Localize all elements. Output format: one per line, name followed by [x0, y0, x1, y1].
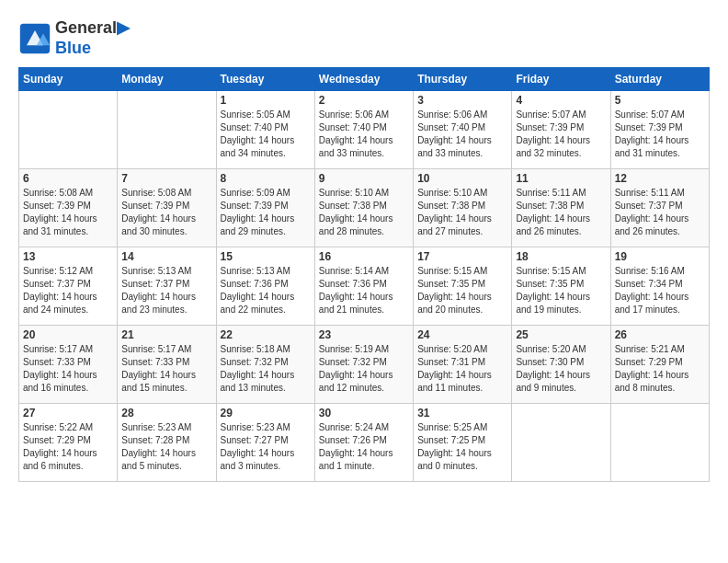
day-cell: 25Sunrise: 5:20 AM Sunset: 7:30 PM Dayli… — [512, 326, 610, 404]
day-number: 11 — [516, 172, 606, 185]
day-info: Sunrise: 5:16 AM Sunset: 7:34 PM Dayligh… — [615, 265, 705, 316]
day-info: Sunrise: 5:13 AM Sunset: 7:37 PM Dayligh… — [121, 265, 211, 316]
day-cell: 13Sunrise: 5:12 AM Sunset: 7:37 PM Dayli… — [19, 247, 118, 326]
week-row-2: 6Sunrise: 5:08 AM Sunset: 7:39 PM Daylig… — [19, 169, 710, 247]
day-cell: 4Sunrise: 5:07 AM Sunset: 7:39 PM Daylig… — [512, 91, 610, 169]
day-number: 21 — [121, 328, 211, 341]
day-cell: 10Sunrise: 5:10 AM Sunset: 7:38 PM Dayli… — [414, 169, 512, 247]
day-info: Sunrise: 5:08 AM Sunset: 7:39 PM Dayligh… — [121, 187, 211, 238]
day-info: Sunrise: 5:05 AM Sunset: 7:40 PM Dayligh… — [221, 109, 311, 160]
header-cell-thursday: Thursday — [414, 68, 512, 91]
day-number: 12 — [615, 172, 705, 185]
day-number: 10 — [417, 172, 507, 185]
day-cell: 19Sunrise: 5:16 AM Sunset: 7:34 PM Dayli… — [610, 247, 709, 326]
day-cell: 16Sunrise: 5:14 AM Sunset: 7:36 PM Dayli… — [314, 247, 413, 326]
day-number: 15 — [221, 250, 311, 263]
day-cell: 21Sunrise: 5:17 AM Sunset: 7:33 PM Dayli… — [118, 326, 216, 404]
day-cell: 31Sunrise: 5:25 AM Sunset: 7:25 PM Dayli… — [414, 404, 512, 482]
day-info: Sunrise: 5:06 AM Sunset: 7:40 PM Dayligh… — [319, 109, 409, 160]
logo: General▶ Blue — [18, 18, 130, 58]
week-row-3: 13Sunrise: 5:12 AM Sunset: 7:37 PM Dayli… — [19, 247, 710, 326]
day-info: Sunrise: 5:23 AM Sunset: 7:27 PM Dayligh… — [221, 421, 311, 473]
calendar-body: 1Sunrise: 5:05 AM Sunset: 7:40 PM Daylig… — [19, 91, 710, 482]
day-cell: 5Sunrise: 5:07 AM Sunset: 7:39 PM Daylig… — [610, 91, 709, 169]
day-number: 25 — [516, 328, 606, 341]
day-number: 3 — [417, 94, 507, 107]
day-number: 22 — [221, 328, 311, 341]
day-info: Sunrise: 5:15 AM Sunset: 7:35 PM Dayligh… — [516, 265, 606, 316]
day-number: 16 — [319, 250, 409, 263]
day-info: Sunrise: 5:14 AM Sunset: 7:36 PM Dayligh… — [319, 265, 409, 316]
day-info: Sunrise: 5:12 AM Sunset: 7:37 PM Dayligh… — [23, 265, 113, 316]
day-number: 4 — [516, 94, 606, 107]
day-cell: 29Sunrise: 5:23 AM Sunset: 7:27 PM Dayli… — [216, 404, 314, 482]
day-info: Sunrise: 5:11 AM Sunset: 7:37 PM Dayligh… — [615, 187, 705, 238]
day-number: 23 — [319, 328, 409, 341]
day-info: Sunrise: 5:10 AM Sunset: 7:38 PM Dayligh… — [417, 187, 507, 238]
day-cell: 3Sunrise: 5:06 AM Sunset: 7:40 PM Daylig… — [414, 91, 512, 169]
day-cell: 17Sunrise: 5:15 AM Sunset: 7:35 PM Dayli… — [414, 247, 512, 326]
day-cell: 12Sunrise: 5:11 AM Sunset: 7:37 PM Dayli… — [610, 169, 709, 247]
day-cell: 22Sunrise: 5:18 AM Sunset: 7:32 PM Dayli… — [216, 326, 314, 404]
header-cell-friday: Friday — [512, 68, 610, 91]
day-info: Sunrise: 5:06 AM Sunset: 7:40 PM Dayligh… — [417, 109, 507, 160]
day-cell: 7Sunrise: 5:08 AM Sunset: 7:39 PM Daylig… — [118, 169, 216, 247]
day-info: Sunrise: 5:17 AM Sunset: 7:33 PM Dayligh… — [121, 343, 211, 395]
day-number: 26 — [615, 328, 705, 341]
day-number: 27 — [23, 407, 113, 419]
day-cell: 24Sunrise: 5:20 AM Sunset: 7:31 PM Dayli… — [414, 326, 512, 404]
day-number: 19 — [615, 250, 705, 263]
day-number: 31 — [417, 407, 507, 419]
day-number: 30 — [319, 407, 409, 419]
day-number: 1 — [221, 94, 311, 107]
day-cell: 27Sunrise: 5:22 AM Sunset: 7:29 PM Dayli… — [19, 404, 118, 482]
day-info: Sunrise: 5:25 AM Sunset: 7:25 PM Dayligh… — [417, 421, 507, 473]
day-number: 2 — [319, 94, 409, 107]
day-number: 14 — [121, 250, 211, 263]
day-info: Sunrise: 5:13 AM Sunset: 7:36 PM Dayligh… — [221, 265, 311, 316]
logo-text: General▶ Blue — [55, 18, 130, 58]
day-info: Sunrise: 5:21 AM Sunset: 7:29 PM Dayligh… — [615, 343, 705, 395]
day-cell: 30Sunrise: 5:24 AM Sunset: 7:26 PM Dayli… — [314, 404, 413, 482]
day-cell — [610, 404, 709, 482]
day-number: 6 — [23, 172, 113, 185]
day-cell: 6Sunrise: 5:08 AM Sunset: 7:39 PM Daylig… — [19, 169, 118, 247]
day-number: 5 — [615, 94, 705, 107]
day-info: Sunrise: 5:24 AM Sunset: 7:26 PM Dayligh… — [319, 421, 409, 473]
day-cell: 11Sunrise: 5:11 AM Sunset: 7:38 PM Dayli… — [512, 169, 610, 247]
header-cell-wednesday: Wednesday — [314, 68, 413, 91]
header-cell-sunday: Sunday — [19, 68, 118, 91]
day-number: 18 — [516, 250, 606, 263]
day-cell: 18Sunrise: 5:15 AM Sunset: 7:35 PM Dayli… — [512, 247, 610, 326]
day-info: Sunrise: 5:23 AM Sunset: 7:28 PM Dayligh… — [121, 421, 211, 473]
day-info: Sunrise: 5:20 AM Sunset: 7:31 PM Dayligh… — [417, 343, 507, 395]
day-info: Sunrise: 5:22 AM Sunset: 7:29 PM Dayligh… — [23, 421, 113, 473]
header-row: SundayMondayTuesdayWednesdayThursdayFrid… — [19, 68, 710, 91]
day-info: Sunrise: 5:15 AM Sunset: 7:35 PM Dayligh… — [417, 265, 507, 316]
week-row-4: 20Sunrise: 5:17 AM Sunset: 7:33 PM Dayli… — [19, 326, 710, 404]
header-cell-tuesday: Tuesday — [216, 68, 314, 91]
day-info: Sunrise: 5:07 AM Sunset: 7:39 PM Dayligh… — [516, 109, 606, 160]
header-cell-saturday: Saturday — [610, 68, 709, 91]
day-cell — [512, 404, 610, 482]
page-header: General▶ Blue — [18, 18, 710, 58]
day-cell: 8Sunrise: 5:09 AM Sunset: 7:39 PM Daylig… — [216, 169, 314, 247]
day-cell: 26Sunrise: 5:21 AM Sunset: 7:29 PM Dayli… — [610, 326, 709, 404]
day-info: Sunrise: 5:07 AM Sunset: 7:39 PM Dayligh… — [615, 109, 705, 160]
day-cell — [19, 91, 118, 169]
header-cell-monday: Monday — [118, 68, 216, 91]
day-number: 8 — [221, 172, 311, 185]
day-number: 20 — [23, 328, 113, 341]
day-info: Sunrise: 5:18 AM Sunset: 7:32 PM Dayligh… — [221, 343, 311, 395]
day-info: Sunrise: 5:17 AM Sunset: 7:33 PM Dayligh… — [23, 343, 113, 395]
day-cell: 20Sunrise: 5:17 AM Sunset: 7:33 PM Dayli… — [19, 326, 118, 404]
day-cell: 23Sunrise: 5:19 AM Sunset: 7:32 PM Dayli… — [314, 326, 413, 404]
day-cell: 1Sunrise: 5:05 AM Sunset: 7:40 PM Daylig… — [216, 91, 314, 169]
day-number: 17 — [417, 250, 507, 263]
day-cell: 2Sunrise: 5:06 AM Sunset: 7:40 PM Daylig… — [314, 91, 413, 169]
day-number: 7 — [121, 172, 211, 185]
day-number: 28 — [121, 407, 211, 419]
day-cell: 15Sunrise: 5:13 AM Sunset: 7:36 PM Dayli… — [216, 247, 314, 326]
day-cell: 14Sunrise: 5:13 AM Sunset: 7:37 PM Dayli… — [118, 247, 216, 326]
day-number: 13 — [23, 250, 113, 263]
